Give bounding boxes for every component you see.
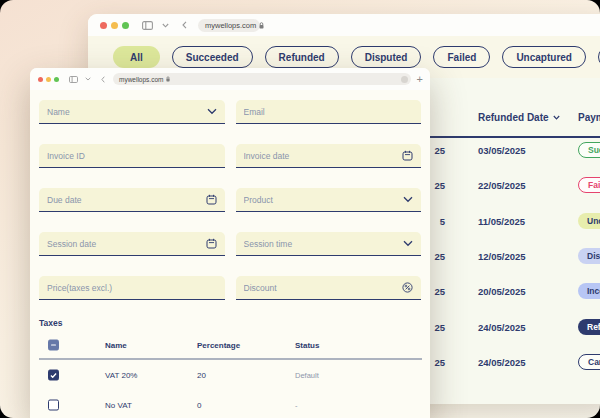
taxes-section-title: Taxes	[39, 318, 62, 328]
filter-pill-failed[interactable]: Failed	[433, 46, 490, 68]
filter-pill-uncaptured[interactable]: Uncaptured	[502, 46, 586, 68]
filter-pill-label: Refunded	[279, 52, 325, 63]
filter-pill-succeeded[interactable]: Succeeded	[172, 46, 253, 68]
tax-status-cell: Default	[295, 371, 319, 380]
chevron-down-icon[interactable]	[207, 108, 217, 115]
refunded-date-cell: 24/05/2025	[478, 356, 526, 367]
url-text: mywellops.com	[119, 76, 163, 83]
tax-name-cell: VAT 20%	[105, 371, 137, 380]
back-navigation-icon[interactable]	[101, 76, 105, 83]
refunded-date-cell: 12/05/2025	[478, 250, 526, 261]
chevron-down-icon[interactable]	[85, 77, 91, 81]
close-window-button[interactable]	[100, 22, 107, 29]
reader-mode-icon[interactable]	[401, 76, 408, 83]
payment-status-badge: Disputed	[578, 248, 600, 264]
address-bar[interactable]: mywellops.com	[198, 19, 260, 32]
traffic-lights	[38, 77, 59, 82]
tax-percentage-cell: 20	[197, 371, 206, 380]
price-taxes-excl-input[interactable]	[47, 283, 217, 293]
calendar-icon[interactable]	[206, 238, 217, 249]
address-bar[interactable]: mywellops.com	[113, 73, 411, 85]
filter-pill-all[interactable]: All	[113, 46, 160, 68]
name-input[interactable]	[47, 107, 201, 117]
invoice-date-input[interactable]	[244, 151, 397, 161]
refunded-date-header-label: Refunded Date	[478, 112, 549, 123]
back-navigation-icon[interactable]	[182, 21, 187, 29]
url-text: mywellops.com	[205, 21, 256, 30]
chevron-down-icon[interactable]	[162, 23, 169, 28]
clipped-date-cell: 25	[434, 180, 445, 191]
minimize-window-button[interactable]	[46, 77, 51, 82]
payment-status-label: Refunded	[587, 322, 600, 332]
lock-icon	[166, 76, 170, 82]
payment-status-badge: Cancelled	[578, 354, 600, 370]
tax-name-cell: No VAT	[105, 401, 132, 410]
refunded-date-cell: 03/05/2025	[478, 145, 526, 156]
taxes-header-divider	[39, 358, 422, 360]
sidebar-toggle-icon[interactable]	[142, 21, 153, 30]
sort-chevron-icon	[553, 115, 560, 120]
name-field	[39, 100, 225, 124]
clipped-date-cell: 25	[434, 321, 445, 332]
payment-status-label: Succeeded	[588, 145, 600, 155]
minimize-window-button[interactable]	[111, 22, 118, 29]
payment-status-badge: Uncaptured	[578, 213, 600, 229]
zoom-window-button[interactable]	[54, 77, 59, 82]
filter-pill-refunded[interactable]: Refunded	[265, 46, 339, 68]
tax-table-row[interactable]: VAT 20%20Default	[30, 367, 430, 383]
invoice-id-input[interactable]	[47, 151, 217, 161]
chevron-down-icon[interactable]	[403, 240, 413, 247]
tax-row-checkbox[interactable]	[48, 400, 59, 411]
clipped-date-cell: 5	[440, 215, 445, 226]
clipped-date-cell: 25	[434, 250, 445, 261]
new-tab-button[interactable]: +	[417, 74, 423, 85]
payment-status-label: Failed	[588, 180, 600, 190]
session-time-field	[236, 232, 422, 256]
email-field	[236, 100, 422, 124]
payment-status-badge: Incomplete	[578, 283, 600, 299]
clipped-date-cell: 25	[434, 356, 445, 367]
session-time-input[interactable]	[244, 239, 398, 249]
session-date-input[interactable]	[47, 239, 200, 249]
refunded-date-cell: 22/05/2025	[478, 180, 526, 191]
invoice-date-field	[236, 144, 422, 168]
payment-status-header[interactable]: Paym	[578, 112, 600, 123]
filter-pill-label: All	[130, 52, 143, 63]
sidebar-toggle-icon[interactable]	[69, 76, 78, 83]
front-browser-window: mywellops.com + Taxes Name Percentage St…	[30, 68, 430, 418]
payment-status-label: Cancelled	[588, 357, 600, 367]
screenshot-card: mywellops.com AllSucceededRefundedDisput…	[0, 0, 600, 418]
due-date-input[interactable]	[47, 195, 200, 205]
discount-input[interactable]	[244, 283, 397, 293]
product-field	[236, 188, 422, 212]
percent-icon[interactable]	[402, 282, 413, 293]
tax-status-header: Status	[295, 341, 319, 350]
discount-field	[236, 276, 422, 300]
payment-status-label: Disputed	[587, 251, 600, 261]
tax-row-checkbox[interactable]	[48, 370, 59, 381]
refunded-date-cell: 11/05/2025	[478, 215, 525, 226]
zoom-window-button[interactable]	[122, 22, 129, 29]
close-window-button[interactable]	[38, 77, 43, 82]
price-taxes-excl-field	[39, 276, 225, 300]
calendar-icon[interactable]	[402, 150, 413, 161]
refunded-date-header[interactable]: Refunded Date	[478, 112, 560, 123]
refunded-date-cell: 24/05/2025	[478, 321, 526, 332]
select-all-checkbox[interactable]	[48, 340, 59, 351]
filter-pill-label: Succeeded	[186, 52, 239, 63]
payment-status-label: Uncaptured	[587, 216, 600, 226]
payment-status-header-label: Paym	[578, 112, 600, 123]
front-window-titlebar: mywellops.com +	[30, 68, 430, 91]
calendar-icon[interactable]	[206, 194, 217, 205]
payment-status-badge: Succeeded	[578, 142, 600, 158]
product-input[interactable]	[244, 195, 398, 205]
session-date-field	[39, 232, 225, 256]
filter-pill-disputed[interactable]: Disputed	[351, 46, 422, 68]
filter-pill-label: Failed	[447, 52, 476, 63]
refunded-date-cell: 20/05/2025	[478, 286, 526, 297]
email-input[interactable]	[244, 107, 414, 117]
filter-pill-label: Disputed	[365, 52, 408, 63]
payment-status-badge: Refunded	[578, 319, 600, 335]
tax-table-row[interactable]: No VAT0-	[30, 397, 430, 413]
chevron-down-icon[interactable]	[403, 196, 413, 203]
